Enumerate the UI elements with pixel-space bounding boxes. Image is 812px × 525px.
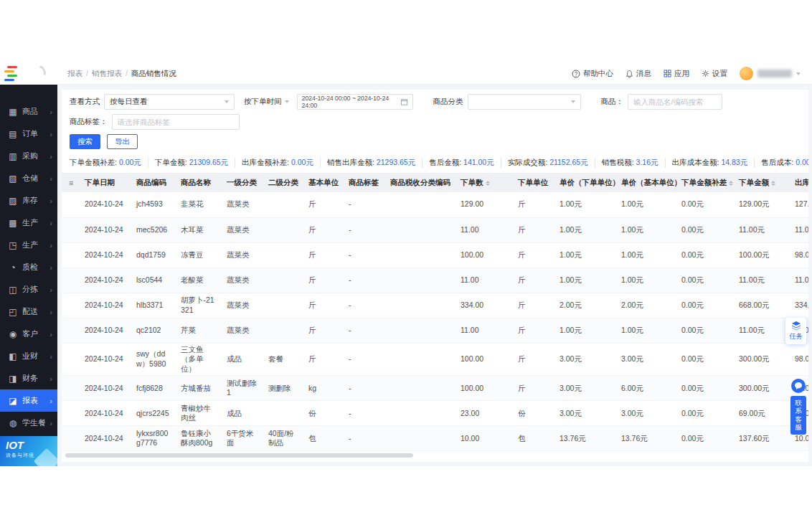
product-search-input[interactable] — [628, 94, 722, 110]
cell-order-date: 2024-10-24 — [80, 426, 132, 451]
cell-order-qty: 100.00 — [456, 343, 514, 376]
cell-order-date: 2024-10-24 — [80, 376, 132, 401]
cell-price-base-unit: 3.00元 — [617, 343, 677, 376]
sidebar-item[interactable]: ▧ 仓储 › — [0, 167, 57, 189]
search-button[interactable]: 搜索 — [70, 134, 100, 149]
cell-product-tag: - — [344, 318, 386, 343]
sidebar-item[interactable]: ◉ 客户 › — [0, 323, 57, 345]
cell-category-1: 成品 — [222, 343, 264, 376]
column-header[interactable]: 单价（下单单位） — [555, 174, 617, 192]
sidebar-item[interactable]: ◰ 配送 › — [0, 301, 57, 323]
table-row: 2024-10-24 lsc0544 老酸菜 蔬菜类 斤 - 11.00 — [62, 268, 808, 293]
summary-value: 0.00元 — [119, 158, 141, 168]
cell-amount-diff: 0.00元 — [677, 426, 735, 451]
brand-title: IOT — [6, 440, 52, 452]
messages-link[interactable]: 消息 — [625, 69, 651, 79]
column-header[interactable]: 商品编码 — [132, 174, 176, 192]
cell-product-name: 冻青豆 — [176, 242, 222, 268]
column-header[interactable]: 基本单位 — [304, 174, 344, 192]
help-center-link[interactable]: 帮助中心 — [572, 69, 613, 79]
logo-curve — [27, 62, 49, 84]
topbar: 报表 销售报表 商品销售情况 帮助中心 消息 应用 — [57, 63, 812, 85]
chat-icon[interactable] — [791, 379, 806, 393]
cell-product-name: 青椒炒牛肉丝 — [176, 401, 222, 426]
sidebar-item[interactable]: ◳ 生产 › — [0, 234, 57, 256]
sidebar-item[interactable]: ◨ 财务 › — [0, 367, 57, 389]
cell-price-order-unit: 3.00元 — [555, 376, 617, 401]
sidebar-item[interactable]: ▦ 商品 › — [0, 100, 57, 123]
summary-item: 下单金额: 21309.65元 — [148, 158, 235, 168]
cell-tax-code — [386, 242, 456, 268]
customer-service-button[interactable]: 联系客服 — [790, 379, 806, 435]
cell-price-base-unit: 1.00元 — [617, 242, 677, 268]
cell-price-base-unit: 13.76元 — [617, 426, 677, 451]
column-header[interactable]: 下单单位 — [514, 174, 555, 192]
cell-order-amount: 668.00元 — [735, 293, 790, 318]
sidebar-item[interactable]: ▩ 生产 › — [0, 212, 57, 234]
task-panel-button[interactable]: 任务 — [785, 318, 806, 344]
view-mode-select[interactable]: 按每日查看 — [104, 94, 235, 110]
column-header[interactable]: 一级分类 — [222, 174, 264, 192]
breadcrumb-item[interactable]: 商品销售情况 — [131, 69, 176, 79]
report-card: 查看方式 按每日查看 按下单时间 2024-10-24 00:00 ~ 2024… — [62, 90, 808, 462]
column-header[interactable]: 下单日期 — [80, 174, 132, 192]
cell-price-base-unit: 3.00元 — [617, 401, 677, 426]
cell-category-2 — [264, 268, 304, 293]
sort-icon[interactable] — [771, 181, 775, 186]
export-button[interactable]: 导出 — [107, 134, 138, 149]
app-window: ▦ 商品 › ▤ 订单 › ▥ 采购 › ▧ 仓储 — [0, 63, 812, 466]
sort-icon[interactable] — [486, 181, 490, 186]
column-header[interactable]: 商品税收分类编码 — [386, 174, 456, 192]
cell-price-order-unit: 13.76元 — [555, 426, 617, 451]
settings-link[interactable]: 设置 — [702, 69, 727, 79]
cell-category-2: 测删除 — [264, 376, 304, 401]
cell-order-qty: 334.00 — [456, 293, 514, 318]
cell-order-unit: 斤 — [514, 192, 555, 217]
tag-select-input[interactable] — [112, 114, 240, 130]
horizontal-scrollbar[interactable] — [64, 453, 806, 458]
cell-base-unit: 份 — [304, 401, 344, 426]
sidebar-item[interactable]: ◍ 学生餐 › — [0, 412, 57, 434]
column-header[interactable]: 商品名称 — [176, 174, 222, 192]
cell-product-tag: - — [344, 376, 386, 401]
column-header[interactable]: 下单金额 — [735, 174, 790, 192]
category-select[interactable] — [468, 94, 581, 110]
cell-amount-diff: 0.00元 — [677, 376, 735, 401]
column-settings-icon[interactable]: ≡ — [69, 179, 73, 187]
sidebar-item[interactable]: ◔ 质检 › — [0, 256, 57, 278]
cell-base-unit: 斤 — [304, 268, 344, 293]
chevron-right-icon: › — [49, 397, 52, 405]
breadcrumb-item[interactable]: 报表 — [67, 69, 88, 79]
sidebar-item-label: 采购 — [22, 151, 45, 161]
table-row: 2024-10-24 mec5206 木耳菜 蔬菜类 斤 - 11.00 — [62, 217, 808, 242]
time-type-select[interactable]: 按下单时间 — [239, 94, 294, 110]
sidebar-item[interactable]: ▨ 库存 › — [0, 189, 57, 212]
logo-dash-green — [7, 75, 17, 77]
breadcrumb-item[interactable]: 销售报表 — [92, 69, 128, 79]
sidebar-item[interactable]: ▤ 订单 › — [0, 123, 57, 145]
sidebar-item-label: 配送 — [22, 306, 45, 317]
cell-order-qty: 11.00 — [456, 217, 514, 242]
date-range-picker[interactable]: 2024-10-24 00:00 ~ 2024-10-24 24:00 — [297, 94, 413, 110]
sidebar-item-icon: ◔ — [8, 262, 18, 273]
sidebar-item[interactable]: ◪ 报表 › — [0, 389, 57, 412]
scrollbar-thumb[interactable] — [65, 453, 413, 458]
column-header[interactable]: 二级分类 — [264, 174, 304, 192]
sidebar-item[interactable]: ◧ 业财 › — [0, 345, 57, 367]
column-header[interactable]: 出库数（下单单位） — [790, 174, 808, 192]
sidebar-item[interactable]: ▥ 采购 › — [0, 145, 57, 167]
cell-order-qty: 129.00 — [456, 192, 514, 217]
sort-icon[interactable] — [729, 181, 733, 186]
column-header[interactable]: 单价（基本单位） — [617, 174, 677, 192]
user-menu[interactable] — [740, 67, 801, 80]
sidebar-item-icon: ▩ — [8, 218, 18, 228]
cell-amount-diff: 0.00元 — [677, 242, 735, 268]
summary-item: 出库成本金额: 14.83元 — [666, 158, 755, 168]
chevron-right-icon: › — [49, 174, 52, 183]
column-header[interactable]: 下单金额补差 — [677, 174, 735, 192]
sidebar-item[interactable]: ◫ 分拣 › — [0, 278, 57, 301]
cell-order-unit: 包 — [514, 426, 555, 451]
column-header[interactable]: 商品标签 — [344, 174, 386, 192]
column-header[interactable]: 下单数 — [456, 174, 514, 192]
apps-link[interactable]: 应用 — [664, 69, 689, 79]
